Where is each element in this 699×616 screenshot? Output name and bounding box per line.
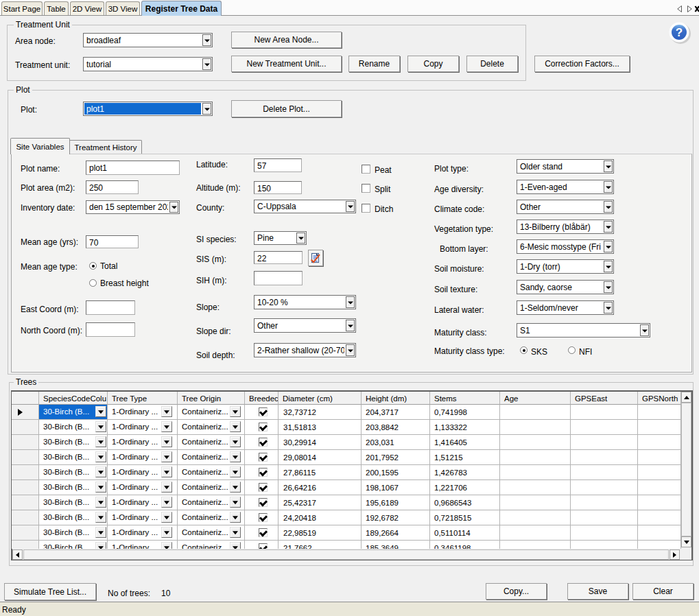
svg-text:?: ?	[676, 26, 683, 39]
